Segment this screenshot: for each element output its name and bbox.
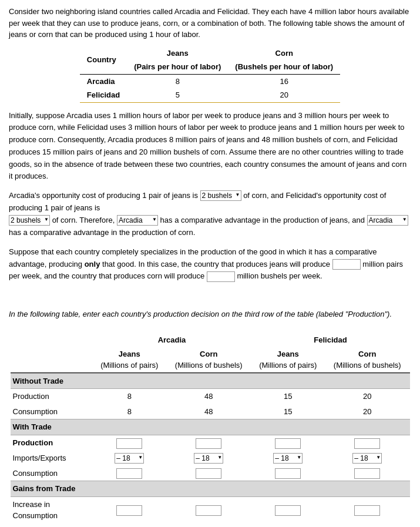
corn-col-header: Corn [228, 46, 340, 61]
arcadia-opp-cost-dropdown[interactable]: 2 bushels 4 bushels 8 bushels [200, 190, 241, 201]
section2-text: Initially, suppose Arcadia uses 1 millio… [9, 110, 411, 183]
arc-jeans-production-with[interactable] [93, 435, 167, 450]
gains-header-row: Gains from Trade [11, 481, 410, 497]
arc-corn-increase-input[interactable] [196, 505, 221, 516]
fel-corn-increase-input[interactable] [354, 505, 380, 516]
corn-sub-header: (Bushels per hour of labor) [228, 60, 340, 74]
arc-jeans-ie-dropdown[interactable]: – 18 – 54 + 18 + 54 0 [115, 453, 144, 464]
labor-productivity-table: Country Jeans Corn (Pairs per hour of la… [80, 46, 340, 103]
felicidad-header: Felicidad [251, 333, 409, 347]
fel-corn-consumption-with[interactable] [325, 466, 409, 481]
only-bold: only [85, 260, 100, 268]
arcadia-header: Arcadia [93, 333, 251, 347]
gains-from-trade-label: Gains from Trade [11, 481, 410, 497]
without-trade-header-row: Without Trade [11, 373, 410, 389]
felicidad-opp-cost-dropdown-wrapper[interactable]: 2 bushels 4 bushels 8 bushels [9, 214, 50, 227]
fel-jeans-increase[interactable] [251, 496, 325, 523]
without-trade-label: Without Trade [11, 373, 410, 389]
arc-jeans-increase[interactable] [93, 496, 167, 523]
comp-adv-jeans-dropdown-wrapper[interactable]: Arcadia Felicidad [117, 214, 158, 227]
jeans-col-header: Jeans [127, 46, 228, 61]
fel-corn-consumption-without: 20 [325, 404, 409, 419]
production-label-with: Production [11, 435, 93, 450]
intro-paragraph: Consider two neighboring island countrie… [9, 6, 411, 41]
corn-production-input[interactable] [207, 271, 235, 282]
arc-jeans-consumption-without: 8 [93, 404, 167, 419]
fel-jeans-ie-dropdown[interactable]: – 18 – 54 + 18 + 54 0 [273, 453, 303, 464]
opp-cost-text4: has a comparative advantage in the produ… [160, 216, 367, 224]
imports-exports-label: Imports/Exports [11, 451, 93, 466]
arc-corn-production-with[interactable] [166, 435, 251, 450]
fel-jeans-increase-input[interactable] [275, 505, 301, 516]
arc-jeans-imports[interactable]: – 18 – 54 + 18 + 54 0 [93, 451, 167, 466]
country-col-header: Country [80, 46, 127, 75]
imports-exports-row: Imports/Exports – 18 – 54 + 18 + 54 0 [11, 451, 410, 466]
increase-consumption-row: Increase in Consumption [11, 496, 410, 523]
felicidad-corn-header: Corn (Millions of bushels) [325, 347, 409, 372]
fel-corn-increase[interactable] [325, 496, 409, 523]
with-trade-production-row: Production [11, 435, 410, 450]
arc-corn-consumption-without: 48 [166, 404, 251, 419]
arc-corn-ie-dropdown-wrapper[interactable]: – 18 – 54 + 18 + 54 0 [194, 452, 223, 464]
felicidad-corn: 20 [228, 88, 340, 102]
with-trade-header-row: With Trade [11, 419, 410, 435]
production-table: Arcadia Felicidad Jeans (Millions of pai… [11, 333, 410, 523]
consumption-label-without: Consumption [11, 404, 93, 419]
felicidad-label: Felicidad [80, 88, 127, 102]
arc-jeans-consumption-with[interactable] [93, 466, 167, 481]
opp-cost-text3: of corn. Therefore, [52, 216, 117, 224]
arcadia-opp-cost-dropdown-wrapper[interactable]: 2 bushels 4 bushels 8 bushels [200, 190, 241, 202]
fel-jeans-consumption-with[interactable] [251, 466, 325, 481]
arc-corn-prod-input[interactable] [196, 438, 221, 449]
felicidad-jeans: 5 [127, 88, 228, 102]
arc-corn-imports[interactable]: – 18 – 54 + 18 + 54 0 [166, 451, 251, 466]
fel-corn-production-without: 20 [325, 389, 409, 404]
fel-jeans-consumption-without: 15 [251, 404, 325, 419]
fel-corn-cons-input[interactable] [354, 468, 380, 479]
fel-jeans-ie-dropdown-wrapper[interactable]: – 18 – 54 + 18 + 54 0 [273, 452, 303, 464]
fel-corn-imports[interactable]: – 18 – 54 + 18 + 54 0 [325, 451, 409, 466]
production-table-wrapper: Arcadia Felicidad Jeans (Millions of pai… [9, 327, 411, 527]
fel-corn-production-with[interactable] [325, 435, 409, 450]
empty-subheader [11, 347, 93, 372]
consumption-label-with: Consumption [11, 466, 93, 481]
arc-corn-ie-dropdown[interactable]: – 18 – 54 + 18 + 54 0 [194, 453, 223, 464]
arc-jeans-production-without: 8 [93, 389, 167, 404]
jeans-sub-header: (Pairs per hour of labor) [127, 60, 228, 74]
fel-jeans-prod-input[interactable] [275, 438, 301, 449]
fel-jeans-production-with[interactable] [251, 435, 325, 450]
fel-jeans-production-without: 15 [251, 389, 325, 404]
with-trade-consumption-row: Consumption [11, 466, 410, 481]
with-trade-label: With Trade [11, 419, 410, 435]
arcadia-jeans: 8 [127, 75, 228, 89]
comp-adv-corn-dropdown-wrapper[interactable]: Arcadia Felicidad [367, 214, 408, 227]
comp-adv-corn-dropdown[interactable]: Arcadia Felicidad [367, 215, 408, 226]
arcadia-jeans-header: Jeans (Millions of pairs) [93, 347, 167, 372]
increase-consumption-label: Increase in Consumption [11, 496, 93, 523]
fel-corn-prod-input[interactable] [354, 438, 380, 449]
opp-cost-text1: Arcadia's opportunity cost of producing … [9, 191, 198, 200]
fel-corn-ie-dropdown-wrapper[interactable]: – 18 – 54 + 18 + 54 0 [352, 452, 382, 464]
opportunity-cost-section: Arcadia's opportunity cost of producing … [9, 190, 411, 239]
fel-jeans-imports[interactable]: – 18 – 54 + 18 + 54 0 [251, 451, 325, 466]
felicidad-jeans-header: Jeans (Millions of pairs) [251, 347, 325, 372]
arc-jeans-increase-input[interactable] [116, 505, 142, 516]
arc-jeans-prod-input[interactable] [116, 438, 142, 449]
without-trade-consumption-row: Consumption 8 48 15 20 [11, 404, 410, 419]
arc-corn-increase[interactable] [166, 496, 251, 523]
fel-jeans-cons-input[interactable] [275, 468, 301, 479]
comp-adv-jeans-dropdown[interactable]: Arcadia Felicidad [117, 215, 158, 226]
arcadia-label: Arcadia [80, 75, 127, 89]
arc-corn-consumption-with[interactable] [166, 466, 251, 481]
felicidad-opp-cost-dropdown[interactable]: 2 bushels 4 bushels 8 bushels [9, 215, 50, 226]
jeans-production-input[interactable] [332, 259, 361, 270]
arc-jeans-ie-dropdown-wrapper[interactable]: – 18 – 54 + 18 + 54 0 [115, 452, 144, 464]
arc-corn-production-without: 48 [166, 389, 251, 404]
table-row: Felicidad 5 20 [80, 88, 340, 102]
arcadia-corn-header: Corn (Millions of bushels) [166, 347, 251, 372]
empty-header [11, 333, 93, 347]
table-row: Arcadia 8 16 [80, 75, 340, 89]
arc-jeans-cons-input[interactable] [116, 468, 142, 479]
fel-corn-ie-dropdown[interactable]: – 18 – 54 + 18 + 54 0 [352, 453, 382, 464]
arc-corn-cons-input[interactable] [196, 468, 221, 479]
